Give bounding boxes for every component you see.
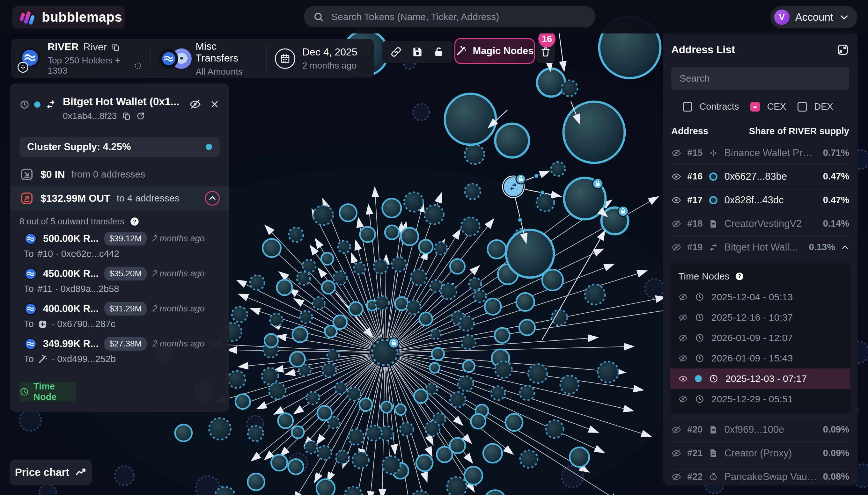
bubble-node[interactable] xyxy=(430,363,439,373)
bubble-node[interactable] xyxy=(339,204,357,222)
bubble-node[interactable] xyxy=(292,426,304,438)
bubble-node[interactable] xyxy=(300,311,312,323)
bubble-node[interactable] xyxy=(335,382,347,394)
checkbox-cex[interactable] xyxy=(750,102,760,112)
bubble-node[interactable] xyxy=(248,473,265,490)
bubble-node[interactable] xyxy=(528,364,547,383)
bubble-node[interactable] xyxy=(392,257,406,272)
bubble-node[interactable] xyxy=(333,315,347,329)
address-row[interactable]: #21Creator (Proxy)0.09% xyxy=(671,441,849,465)
bubble-node[interactable] xyxy=(336,451,349,464)
bubble-node[interactable] xyxy=(366,426,382,441)
help-icon[interactable]: ? xyxy=(735,272,744,281)
bubble-node[interactable] xyxy=(441,283,457,299)
bubble-node[interactable] xyxy=(338,241,350,253)
address-row[interactable]: #15Binance Wallet Prox...0.71% xyxy=(671,141,849,165)
visibility-toggle-icon[interactable] xyxy=(671,195,682,205)
checkbox-contracts[interactable] xyxy=(683,102,692,112)
bubble-node[interactable] xyxy=(419,312,432,325)
outflow-row[interactable]: $132.99M OUT to 4 addresses xyxy=(10,186,229,210)
bubble-node[interactable] xyxy=(424,205,444,224)
bubble-node[interactable] xyxy=(327,349,339,361)
time-node-row[interactable]: 2025-12-29 - 05:51 xyxy=(670,389,850,409)
bubble-node[interactable] xyxy=(416,455,433,471)
bubble-node[interactable] xyxy=(175,425,192,441)
transfer-item[interactable]: 450.00K R...$35.20M2 months agoTo#11 · 0… xyxy=(24,267,220,294)
price-chart-button[interactable]: Price chart xyxy=(10,460,92,485)
token-search-input[interactable] xyxy=(331,11,586,23)
bubble-node[interactable] xyxy=(598,361,618,382)
bubble-node[interactable] xyxy=(322,281,335,294)
time-node-row[interactable]: 2026-01-09 - 15:43 xyxy=(670,348,850,369)
bubble-node[interactable] xyxy=(506,230,554,278)
time-node-row[interactable]: 2025-12-03 - 07:17 xyxy=(670,369,850,389)
bubble-node[interactable] xyxy=(322,363,336,377)
bubble-node[interactable] xyxy=(464,467,482,484)
bubble-node[interactable] xyxy=(360,398,372,411)
close-icon[interactable] xyxy=(210,99,220,109)
bubble-node[interactable] xyxy=(414,390,428,403)
bubble-node[interactable] xyxy=(318,446,332,460)
bubble-node[interactable] xyxy=(264,334,278,347)
visibility-toggle-icon[interactable] xyxy=(678,394,688,404)
bubble-node[interactable] xyxy=(483,444,502,463)
bubble-node[interactable] xyxy=(431,329,441,339)
visibility-toggle-icon[interactable] xyxy=(671,425,682,435)
transfer-recipient[interactable]: To· 0xd499...252b xyxy=(24,354,220,364)
bubble-node[interactable] xyxy=(228,371,245,388)
bubble-node[interactable] xyxy=(396,405,406,415)
bubble-node[interactable] xyxy=(488,240,506,258)
bubble-node[interactable] xyxy=(304,441,317,454)
address-row[interactable]: #170x828f...43dc0.47% xyxy=(671,188,849,212)
bubble-node[interactable] xyxy=(352,452,369,468)
bubble-node[interactable] xyxy=(347,387,361,400)
bubble-node[interactable] xyxy=(552,310,567,325)
bubble-node[interactable] xyxy=(495,328,510,343)
save-button[interactable] xyxy=(411,46,423,58)
hide-wallet-icon[interactable] xyxy=(189,98,201,110)
visibility-toggle-icon[interactable] xyxy=(671,242,682,253)
transfer-recipient[interactable]: To#10 · 0xe62e...c442 xyxy=(24,249,220,259)
token-summary[interactable]: RIVER River Top 250 Holders + 1393 xyxy=(11,46,151,72)
bubble-node[interactable] xyxy=(400,423,413,436)
visibility-toggle-icon[interactable] xyxy=(671,448,682,458)
address-row[interactable]: #160x6627...83be0.47% xyxy=(671,165,849,188)
address-row[interactable]: #19Bitget Hot Wall...0.13% xyxy=(671,235,849,259)
bubble-node[interactable] xyxy=(495,361,512,378)
bubble-node[interactable] xyxy=(437,446,452,462)
bubble-node[interactable] xyxy=(349,302,363,316)
bubble-node[interactable] xyxy=(495,124,529,157)
bubblemaps-logo[interactable]: bubblemaps xyxy=(13,6,125,28)
bubble-node[interactable] xyxy=(562,80,578,96)
visibility-toggle-icon[interactable] xyxy=(671,472,682,482)
visibility-toggle-icon[interactable] xyxy=(671,171,682,182)
token-search[interactable] xyxy=(304,6,595,28)
bubble-node[interactable] xyxy=(411,269,427,285)
bubble-node[interactable] xyxy=(404,192,423,212)
bubble-node[interactable] xyxy=(485,298,501,314)
address-row[interactable]: #18CreatorVestingV20.14% xyxy=(671,212,849,235)
bubble-node[interactable] xyxy=(360,227,375,242)
bubble-node[interactable] xyxy=(288,227,303,242)
transfer-recipient[interactable]: To#11 · 0xd89a...2b58 xyxy=(24,284,220,294)
bubble-node[interactable] xyxy=(520,450,538,468)
bubble-node[interactable] xyxy=(491,386,505,400)
bubble-node[interactable] xyxy=(248,426,263,441)
bubble-node[interactable] xyxy=(445,94,496,145)
visibility-toggle-icon[interactable] xyxy=(678,374,688,383)
bubble-node[interactable] xyxy=(564,102,625,163)
visibility-toggle-icon[interactable] xyxy=(678,354,688,363)
bubble-node[interactable] xyxy=(348,429,364,445)
chevron-up-icon[interactable] xyxy=(841,243,849,252)
bubble-node[interactable] xyxy=(471,414,485,429)
bubble-node[interactable] xyxy=(465,145,484,164)
bubble-node[interactable] xyxy=(569,447,589,467)
visibility-toggle-icon[interactable] xyxy=(671,219,682,229)
bubble-node[interactable] xyxy=(381,401,392,412)
bubble-node[interactable] xyxy=(536,193,554,211)
bubble-node[interactable] xyxy=(375,296,389,310)
address-search-input[interactable] xyxy=(679,73,841,84)
bubble-node[interactable] xyxy=(314,205,333,225)
checkbox-dex[interactable] xyxy=(798,102,807,112)
bubble-node[interactable] xyxy=(316,479,335,495)
